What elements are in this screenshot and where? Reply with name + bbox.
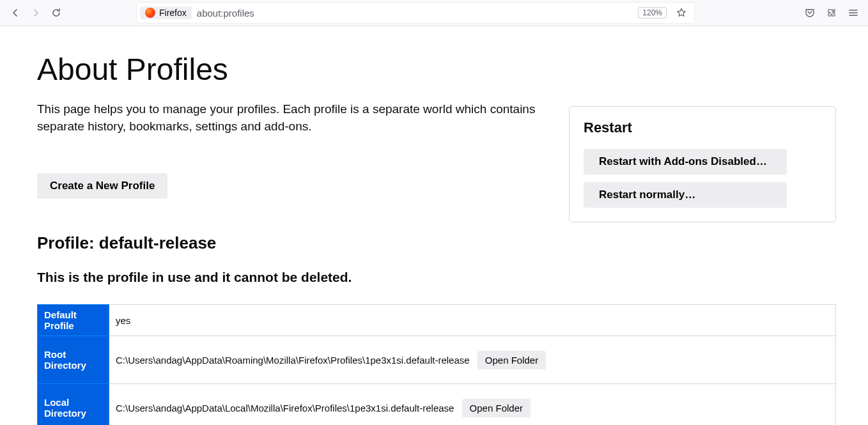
- extensions-button[interactable]: [822, 3, 841, 22]
- arrow-left-icon: [10, 8, 20, 18]
- restart-panel: Restart Restart with Add-ons Disabled… R…: [569, 106, 836, 222]
- local-dir-path: C:\Users\andag\AppData\Local\Mozilla\Fir…: [116, 403, 454, 413]
- page-description: This page helps you to manage your profi…: [37, 101, 555, 135]
- star-icon: [676, 8, 686, 18]
- default-profile-label: Default Profile: [38, 305, 109, 336]
- table-row: Root Directory C:\Users\andag\AppData\Ro…: [38, 336, 836, 384]
- site-identity[interactable]: Firefox: [140, 6, 192, 19]
- url-text: about:profiles: [197, 8, 639, 19]
- root-dir-label: Root Directory: [38, 336, 109, 384]
- create-profile-button[interactable]: Create a New Profile: [37, 173, 167, 199]
- hamburger-icon: [848, 8, 858, 18]
- address-bar[interactable]: Firefox about:profiles 120%: [137, 3, 694, 23]
- zoom-indicator[interactable]: 120%: [638, 7, 667, 19]
- page-content: About Profiles This page helps you to ma…: [0, 26, 868, 425]
- identity-label: Firefox: [159, 8, 187, 18]
- table-row: Local Directory C:\Users\andag\AppData\L…: [38, 384, 836, 425]
- puzzle-icon: [826, 8, 837, 18]
- local-dir-label: Local Directory: [38, 384, 109, 425]
- root-dir-path: C:\Users\andag\AppData\Roaming\Mozilla\F…: [116, 355, 470, 366]
- reload-button[interactable]: [46, 3, 66, 23]
- open-local-folder-button[interactable]: Open Folder: [462, 399, 531, 417]
- firefox-icon: [145, 8, 155, 18]
- restart-heading: Restart: [584, 120, 821, 136]
- pocket-button[interactable]: [800, 3, 819, 22]
- restart-normally-button[interactable]: Restart normally…: [584, 182, 787, 208]
- table-row: Default Profile yes: [38, 305, 836, 336]
- profile-inuse-note: This is the profile in use and it cannot…: [37, 270, 836, 285]
- browser-toolbar: Firefox about:profiles 120%: [0, 0, 868, 26]
- profile-heading: Profile: default-release: [37, 233, 836, 253]
- open-root-folder-button[interactable]: Open Folder: [477, 351, 546, 369]
- arrow-right-icon: [31, 8, 41, 18]
- reload-icon: [51, 8, 61, 18]
- back-button[interactable]: [5, 3, 26, 23]
- root-dir-cell: C:\Users\andag\AppData\Roaming\Mozilla\F…: [109, 336, 836, 384]
- default-profile-value: yes: [109, 305, 836, 336]
- page-title: About Profiles: [37, 52, 836, 87]
- local-dir-cell: C:\Users\andag\AppData\Local\Mozilla\Fir…: [109, 384, 836, 425]
- bookmark-star-button[interactable]: [672, 3, 691, 22]
- forward-button[interactable]: [26, 3, 46, 23]
- toolbar-right: [800, 3, 863, 22]
- restart-addons-disabled-button[interactable]: Restart with Add-ons Disabled…: [584, 149, 787, 174]
- profile-table: Default Profile yes Root Directory C:\Us…: [37, 304, 836, 425]
- app-menu-button[interactable]: [844, 3, 863, 22]
- pocket-icon: [805, 8, 815, 18]
